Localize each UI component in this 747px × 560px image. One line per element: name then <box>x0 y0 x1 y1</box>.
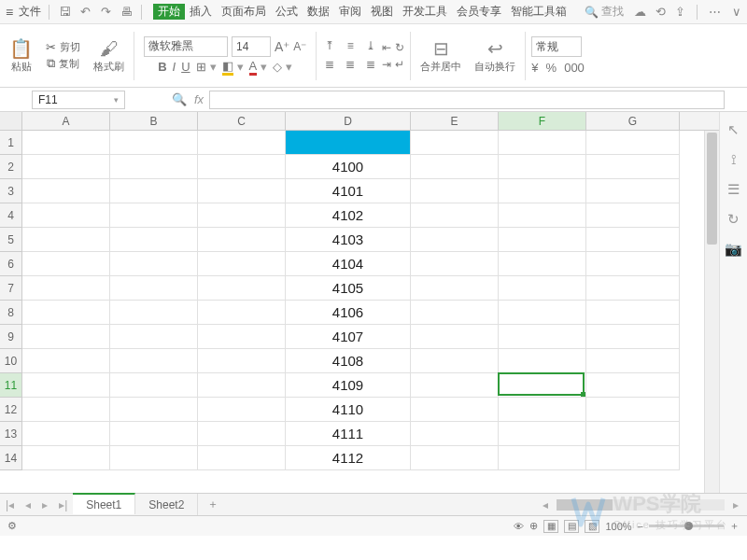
row-header-2[interactable]: 2 <box>0 155 22 179</box>
cell-B8[interactable] <box>110 301 198 325</box>
cell-C7[interactable] <box>198 276 286 301</box>
vertical-scrollbar[interactable] <box>704 131 719 493</box>
cell-D2[interactable]: 4100 <box>286 155 411 179</box>
row-header-5[interactable]: 5 <box>0 228 22 252</box>
align-top-icon[interactable]: ⤒ <box>322 39 337 54</box>
cell-A14[interactable] <box>22 446 110 470</box>
row-header-9[interactable]: 9 <box>0 325 22 349</box>
cell-G13[interactable] <box>586 422 680 446</box>
app-menu-icon[interactable]: ≡ <box>6 5 13 20</box>
ribbon-tab-4[interactable]: 数据 <box>303 4 334 20</box>
ribbon-tab-0[interactable]: 开始 <box>153 4 185 20</box>
cell-E4[interactable] <box>411 203 499 228</box>
col-header-E[interactable]: E <box>411 112 499 130</box>
paste-button[interactable]: 📋 粘贴 <box>9 37 33 74</box>
cell-F4[interactable] <box>499 203 586 228</box>
cell-D6[interactable]: 4104 <box>286 252 411 276</box>
cell-B11[interactable] <box>110 373 198 398</box>
horizontal-scrollbar[interactable]: ◂ ▸ <box>538 498 747 511</box>
cell-C12[interactable] <box>198 398 286 422</box>
cell-G1[interactable] <box>586 131 680 155</box>
col-header-F[interactable]: F <box>499 112 586 130</box>
cell-B1[interactable] <box>110 131 198 155</box>
cell-C4[interactable] <box>198 203 286 228</box>
percent-icon[interactable]: % <box>546 61 557 75</box>
print-icon[interactable]: 🖶 <box>119 5 134 20</box>
cell-F14[interactable] <box>499 446 586 470</box>
align-bottom-icon[interactable]: ⤓ <box>363 39 378 54</box>
cut-button[interactable]: ✂剪切 <box>46 40 80 54</box>
row-header-4[interactable]: 4 <box>0 203 22 228</box>
cell-B9[interactable] <box>110 325 198 349</box>
cell-G9[interactable] <box>586 325 680 349</box>
file-menu[interactable]: 文件 <box>19 4 41 20</box>
cell-E5[interactable] <box>411 228 499 252</box>
row-header-8[interactable]: 8 <box>0 301 22 325</box>
view-normal-icon[interactable]: ▦ <box>543 520 558 533</box>
cell-E3[interactable] <box>411 179 499 203</box>
cell-B14[interactable] <box>110 446 198 470</box>
select-tool-icon[interactable]: ↖ <box>727 121 740 138</box>
sheet-nav-prev[interactable]: ◂ <box>20 498 36 511</box>
status-more-icon[interactable]: ⊕ <box>529 520 538 532</box>
view-page-icon[interactable]: ▤ <box>564 520 579 533</box>
cell-A8[interactable] <box>22 301 110 325</box>
select-all-corner[interactable] <box>0 112 22 130</box>
eye-icon[interactable]: 👁 <box>514 521 524 532</box>
copy-button[interactable]: ⧉复制 <box>47 56 79 71</box>
ribbon-tab-9[interactable]: 智能工具箱 <box>506 4 571 20</box>
cell-G4[interactable] <box>586 203 680 228</box>
col-header-G[interactable]: G <box>586 112 680 130</box>
format-painter-button[interactable]: 🖌 格式刷 <box>93 38 124 74</box>
ribbon-tab-3[interactable]: 公式 <box>271 4 303 20</box>
cell-C13[interactable] <box>198 422 286 446</box>
row-header-12[interactable]: 12 <box>0 398 22 422</box>
cell-A7[interactable] <box>22 276 110 301</box>
cell-G11[interactable] <box>586 373 680 398</box>
align-right-icon[interactable]: ≣ <box>363 58 378 73</box>
row-header-7[interactable]: 7 <box>0 276 22 301</box>
cell-D9[interactable]: 4107 <box>286 325 411 349</box>
wrap-indicator-icon[interactable]: ↵ <box>395 58 404 71</box>
col-header-B[interactable]: B <box>110 112 198 130</box>
cell-F9[interactable] <box>499 325 586 349</box>
wrap-text-button[interactable]: ↩ 自动换行 <box>474 37 515 74</box>
cell-A2[interactable] <box>22 155 110 179</box>
cell-A4[interactable] <box>22 203 110 228</box>
cell-F2[interactable] <box>499 155 586 179</box>
cell-F6[interactable] <box>499 252 586 276</box>
row-header-1[interactable]: 1 <box>0 131 22 155</box>
more-icon[interactable]: ⋯ <box>709 5 723 19</box>
cell-D13[interactable]: 4111 <box>286 422 411 446</box>
cell-E9[interactable] <box>411 325 499 349</box>
add-sheet-button[interactable]: ＋ <box>198 497 228 512</box>
cell-D11[interactable]: 4109 <box>286 373 411 398</box>
zoom-level[interactable]: 100% <box>605 521 631 532</box>
cell-F12[interactable] <box>499 398 586 422</box>
cell-D3[interactable]: 4101 <box>286 179 411 203</box>
row-header-10[interactable]: 10 <box>0 349 22 373</box>
cell-G7[interactable] <box>586 276 680 301</box>
cell-B2[interactable] <box>110 155 198 179</box>
cell-B7[interactable] <box>110 276 198 301</box>
zoom-in-button[interactable]: ＋ <box>729 519 740 533</box>
cell-F3[interactable] <box>499 179 586 203</box>
cell-A3[interactable] <box>22 179 110 203</box>
cell-A13[interactable] <box>22 422 110 446</box>
cell-C1[interactable] <box>198 131 286 155</box>
cell-G12[interactable] <box>586 398 680 422</box>
sheet-tab-Sheet1[interactable]: Sheet1 <box>73 493 135 514</box>
cell-A9[interactable] <box>22 325 110 349</box>
cell-D4[interactable]: 4102 <box>286 203 411 228</box>
ribbon-tab-6[interactable]: 视图 <box>366 4 398 20</box>
decrease-indent-icon[interactable]: ⇤ <box>382 41 391 54</box>
align-left-icon[interactable]: ≣ <box>322 58 337 73</box>
font-color-button[interactable]: A <box>249 59 258 76</box>
share-icon[interactable]: ⇪ <box>675 5 685 19</box>
zoom-slider[interactable] <box>649 525 724 527</box>
cell-E10[interactable] <box>411 349 499 373</box>
status-settings-icon[interactable]: ⚙ <box>7 520 17 532</box>
currency-icon[interactable]: ¥ <box>531 61 538 75</box>
ribbon-tab-5[interactable]: 审阅 <box>334 4 366 20</box>
cell-B5[interactable] <box>110 228 198 252</box>
